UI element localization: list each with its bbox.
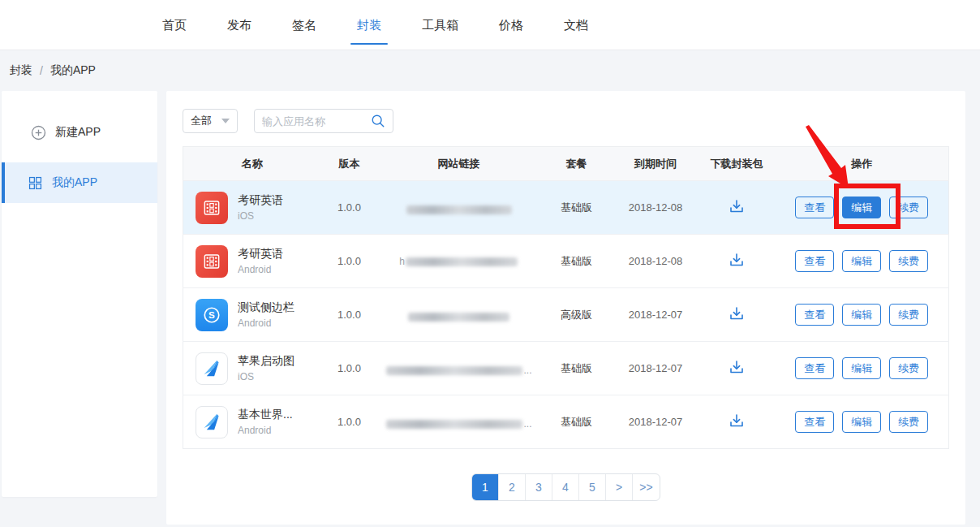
apps-table: 名称 版本 网站链接 套餐 到期时间 下载封装包 操作 [183,146,949,449]
col-header-actions: 操作 [776,147,949,181]
app-version: 1.0.0 [321,342,378,395]
app-version: 1.0.0 [321,288,378,342]
table-row: 考研英语 Android 1.0.0 h 基础版 2018-12-08 查看编辑… [183,235,949,288]
app-platform: iOS [238,210,283,222]
next-page-button[interactable]: > [606,474,633,500]
view-button[interactable]: 查看 [795,304,834,326]
plan-badge: 基础版 [540,235,613,288]
col-header-plan: 套餐 [540,147,613,181]
page-1[interactable]: 1 [472,474,499,500]
type-filter-dropdown[interactable]: 全部 [183,109,238,133]
nav-tab-label: 文档 [564,18,588,32]
search-icon[interactable] [371,114,385,128]
edit-button[interactable]: 编辑 [842,304,881,326]
expiry-date: 2018-12-07 [613,342,698,395]
redaction-blur [406,205,512,214]
expiry-date: 2018-12-07 [613,288,698,342]
nav-tab-pricing[interactable]: 价格 [497,17,525,33]
nav-tab-docs[interactable]: 文档 [562,17,590,33]
renew-button[interactable]: 续费 [889,357,928,379]
last-page-button[interactable]: >> [633,474,660,500]
redaction-blur [406,257,518,266]
nav-tab-label: 价格 [499,18,523,32]
app-version: 1.0.0 [321,395,378,449]
nav-tab-signature[interactable]: 签名 [290,17,318,33]
col-header-name: 名称 [183,147,321,181]
redaction-blur [408,313,509,322]
view-button[interactable]: 查看 [795,250,834,272]
plan-badge: 基础版 [540,395,613,449]
breadcrumb-separator: / [40,64,43,77]
plan-badge: 基础版 [540,181,613,235]
app-name: 考研英语 [238,193,283,208]
download-icon[interactable] [729,198,745,214]
app-name: 苹果启动图 [238,354,294,369]
renew-button[interactable]: 续费 [889,411,928,433]
bird-app-icon [196,352,228,385]
col-header-link: 网站链接 [378,147,540,181]
download-icon[interactable] [729,252,745,268]
filter-bar: 全部 [183,109,949,133]
nav-tab-home[interactable]: 首页 [161,17,188,33]
film-app-icon [196,192,228,224]
nav-tab-label: 工具箱 [422,18,458,32]
app-platform: Android [238,425,293,436]
page-4[interactable]: 4 [552,474,579,500]
app-name: 基本世界... [238,408,293,422]
table-row: 考研英语 iOS 1.0.0 基础版 2018-12-08 查看编辑续费 [183,181,949,235]
renew-button[interactable]: 续费 [889,197,928,218]
view-button[interactable]: 查看 [795,197,834,218]
pagination: 1 2 3 4 5 > >> [183,473,949,501]
renew-button[interactable]: 续费 [889,304,928,326]
page-5[interactable]: 5 [579,474,606,500]
main-panel: 全部 名称 版本 网站链接 套餐 到期时间 [166,91,965,525]
download-icon[interactable] [729,359,745,375]
website-link-redacted: ... [385,365,531,376]
film-app-icon [196,245,228,278]
view-button[interactable]: 查看 [795,357,834,379]
download-icon[interactable] [729,305,745,322]
table-row: 基本世界... Android 1.0.0 ... 基础版 2018-12-07… [183,395,949,449]
plan-badge: 高级版 [540,288,613,342]
search-input[interactable] [262,115,371,127]
col-header-version: 版本 [321,147,378,181]
edit-button[interactable]: 编辑 [842,250,881,272]
breadcrumb-section[interactable]: 封装 [10,63,32,78]
nav-tab-package-active[interactable]: 封装 [355,17,383,33]
website-link-redacted [406,205,513,214]
edit-button[interactable]: 编辑 [842,197,881,218]
expiry-date: 2018-12-08 [613,181,698,235]
sidebar-item-my-app[interactable]: 我的APP [2,162,157,203]
download-icon[interactable] [729,413,745,429]
expiry-date: 2018-12-07 [613,395,698,449]
edit-button[interactable]: 编辑 [842,357,881,379]
sidebar-item-label: 新建APP [55,125,101,140]
redaction-blur [386,366,522,375]
app-platform: Android [238,264,283,275]
chevron-down-icon [221,119,230,123]
table-header-row: 名称 版本 网站链接 套餐 到期时间 下载封装包 操作 [183,147,949,181]
app-platform: Android [238,317,294,329]
page-3[interactable]: 3 [526,474,552,500]
nav-tab-toolbox[interactable]: 工具箱 [420,17,460,33]
s-logo-app-icon: S [196,299,228,331]
col-header-download: 下载封装包 [698,147,776,181]
edit-button[interactable]: 编辑 [842,411,881,433]
nav-tab-label: 签名 [292,18,316,32]
breadcrumb: 封装 / 我的APP [0,50,980,91]
page-2[interactable]: 2 [499,474,526,500]
view-button[interactable]: 查看 [795,411,834,433]
nav-tab-publish[interactable]: 发布 [226,17,253,33]
breadcrumb-current: 我的APP [50,63,96,78]
svg-text:S: S [208,309,215,320]
table-row: 苹果启动图 iOS 1.0.0 ... 基础版 2018-12-07 查看编辑续… [183,342,949,395]
table-row: S 测试侧边栏 Android 1.0.0 高级版 2018-12-07 查看编… [183,288,949,342]
type-filter-value: 全部 [191,114,212,128]
app-version: 1.0.0 [321,235,378,288]
renew-button[interactable]: 续费 [889,250,928,272]
website-link-redacted: h [399,256,518,267]
top-navigation: 首页 发布 签名 封装 工具箱 价格 文档 [0,0,980,50]
website-link-redacted: ... [385,418,531,430]
nav-tab-label: 封装 [357,18,381,32]
sidebar-item-new-app[interactable]: 新建APP [2,112,157,153]
